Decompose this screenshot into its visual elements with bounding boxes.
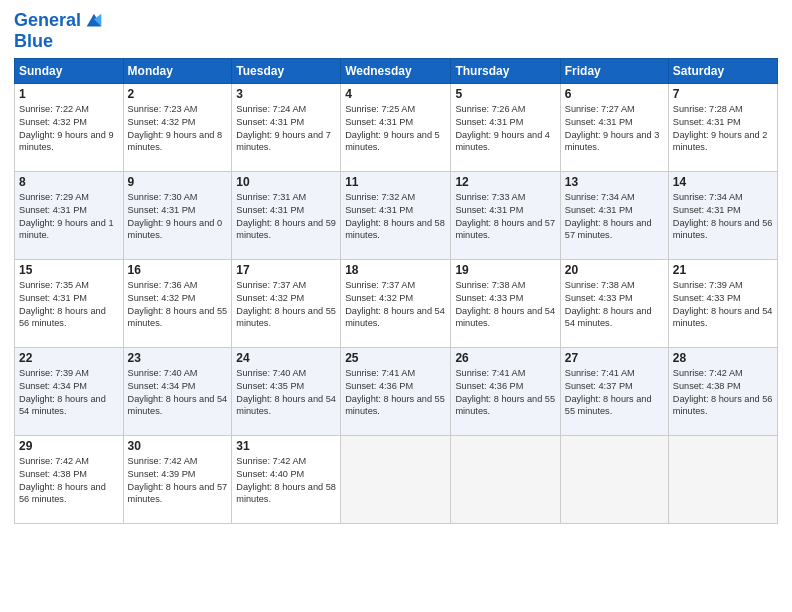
day-number: 29 — [19, 439, 119, 453]
day-number: 18 — [345, 263, 446, 277]
calendar-cell: 15 Sunrise: 7:35 AM Sunset: 4:31 PM Dayl… — [15, 259, 124, 347]
calendar-cell — [341, 435, 451, 523]
day-number: 28 — [673, 351, 773, 365]
page: General Blue SundayMondayTuesdayWednesda… — [0, 0, 792, 612]
calendar-header-tuesday: Tuesday — [232, 58, 341, 83]
calendar-header-sunday: Sunday — [15, 58, 124, 83]
calendar-header-row: SundayMondayTuesdayWednesdayThursdayFrid… — [15, 58, 778, 83]
day-info: Sunrise: 7:28 AM Sunset: 4:31 PM Dayligh… — [673, 103, 773, 155]
calendar-cell: 18 Sunrise: 7:37 AM Sunset: 4:32 PM Dayl… — [341, 259, 451, 347]
day-number: 3 — [236, 87, 336, 101]
calendar-week-4: 22 Sunrise: 7:39 AM Sunset: 4:34 PM Dayl… — [15, 347, 778, 435]
calendar-cell — [668, 435, 777, 523]
calendar-cell: 9 Sunrise: 7:30 AM Sunset: 4:31 PM Dayli… — [123, 171, 232, 259]
calendar-header-thursday: Thursday — [451, 58, 560, 83]
day-number: 15 — [19, 263, 119, 277]
day-number: 16 — [128, 263, 228, 277]
calendar-cell: 10 Sunrise: 7:31 AM Sunset: 4:31 PM Dayl… — [232, 171, 341, 259]
day-info: Sunrise: 7:30 AM Sunset: 4:31 PM Dayligh… — [128, 191, 228, 243]
day-number: 13 — [565, 175, 664, 189]
day-number: 17 — [236, 263, 336, 277]
calendar-cell — [451, 435, 560, 523]
calendar: SundayMondayTuesdayWednesdayThursdayFrid… — [14, 58, 778, 524]
day-info: Sunrise: 7:25 AM Sunset: 4:31 PM Dayligh… — [345, 103, 446, 155]
day-number: 26 — [455, 351, 555, 365]
calendar-header-saturday: Saturday — [668, 58, 777, 83]
day-number: 14 — [673, 175, 773, 189]
calendar-cell: 21 Sunrise: 7:39 AM Sunset: 4:33 PM Dayl… — [668, 259, 777, 347]
day-info: Sunrise: 7:37 AM Sunset: 4:32 PM Dayligh… — [345, 279, 446, 331]
day-number: 30 — [128, 439, 228, 453]
day-number: 10 — [236, 175, 336, 189]
calendar-cell: 25 Sunrise: 7:41 AM Sunset: 4:36 PM Dayl… — [341, 347, 451, 435]
calendar-cell — [560, 435, 668, 523]
calendar-cell: 28 Sunrise: 7:42 AM Sunset: 4:38 PM Dayl… — [668, 347, 777, 435]
header: General Blue — [14, 10, 778, 52]
calendar-cell: 23 Sunrise: 7:40 AM Sunset: 4:34 PM Dayl… — [123, 347, 232, 435]
calendar-cell: 27 Sunrise: 7:41 AM Sunset: 4:37 PM Dayl… — [560, 347, 668, 435]
calendar-cell: 3 Sunrise: 7:24 AM Sunset: 4:31 PM Dayli… — [232, 83, 341, 171]
calendar-cell: 26 Sunrise: 7:41 AM Sunset: 4:36 PM Dayl… — [451, 347, 560, 435]
calendar-week-1: 1 Sunrise: 7:22 AM Sunset: 4:32 PM Dayli… — [15, 83, 778, 171]
day-info: Sunrise: 7:33 AM Sunset: 4:31 PM Dayligh… — [455, 191, 555, 243]
day-number: 2 — [128, 87, 228, 101]
calendar-week-2: 8 Sunrise: 7:29 AM Sunset: 4:31 PM Dayli… — [15, 171, 778, 259]
calendar-cell: 19 Sunrise: 7:38 AM Sunset: 4:33 PM Dayl… — [451, 259, 560, 347]
day-info: Sunrise: 7:41 AM Sunset: 4:36 PM Dayligh… — [455, 367, 555, 419]
calendar-cell: 22 Sunrise: 7:39 AM Sunset: 4:34 PM Dayl… — [15, 347, 124, 435]
day-number: 25 — [345, 351, 446, 365]
day-info: Sunrise: 7:37 AM Sunset: 4:32 PM Dayligh… — [236, 279, 336, 331]
day-info: Sunrise: 7:27 AM Sunset: 4:31 PM Dayligh… — [565, 103, 664, 155]
calendar-cell: 31 Sunrise: 7:42 AM Sunset: 4:40 PM Dayl… — [232, 435, 341, 523]
logo-blue: Blue — [14, 31, 53, 51]
day-number: 31 — [236, 439, 336, 453]
day-info: Sunrise: 7:31 AM Sunset: 4:31 PM Dayligh… — [236, 191, 336, 243]
calendar-cell: 8 Sunrise: 7:29 AM Sunset: 4:31 PM Dayli… — [15, 171, 124, 259]
day-info: Sunrise: 7:22 AM Sunset: 4:32 PM Dayligh… — [19, 103, 119, 155]
calendar-header-wednesday: Wednesday — [341, 58, 451, 83]
day-number: 20 — [565, 263, 664, 277]
logo-text: General — [14, 11, 81, 31]
logo-general: General — [14, 10, 81, 30]
day-info: Sunrise: 7:42 AM Sunset: 4:39 PM Dayligh… — [128, 455, 228, 507]
day-number: 5 — [455, 87, 555, 101]
day-info: Sunrise: 7:38 AM Sunset: 4:33 PM Dayligh… — [565, 279, 664, 331]
day-info: Sunrise: 7:24 AM Sunset: 4:31 PM Dayligh… — [236, 103, 336, 155]
day-info: Sunrise: 7:35 AM Sunset: 4:31 PM Dayligh… — [19, 279, 119, 331]
calendar-cell: 30 Sunrise: 7:42 AM Sunset: 4:39 PM Dayl… — [123, 435, 232, 523]
calendar-cell: 12 Sunrise: 7:33 AM Sunset: 4:31 PM Dayl… — [451, 171, 560, 259]
calendar-header-monday: Monday — [123, 58, 232, 83]
day-number: 8 — [19, 175, 119, 189]
day-number: 7 — [673, 87, 773, 101]
calendar-cell: 4 Sunrise: 7:25 AM Sunset: 4:31 PM Dayli… — [341, 83, 451, 171]
day-info: Sunrise: 7:42 AM Sunset: 4:40 PM Dayligh… — [236, 455, 336, 507]
day-info: Sunrise: 7:40 AM Sunset: 4:35 PM Dayligh… — [236, 367, 336, 419]
calendar-cell: 5 Sunrise: 7:26 AM Sunset: 4:31 PM Dayli… — [451, 83, 560, 171]
day-info: Sunrise: 7:41 AM Sunset: 4:37 PM Dayligh… — [565, 367, 664, 419]
calendar-cell: 7 Sunrise: 7:28 AM Sunset: 4:31 PM Dayli… — [668, 83, 777, 171]
day-info: Sunrise: 7:29 AM Sunset: 4:31 PM Dayligh… — [19, 191, 119, 243]
calendar-cell: 24 Sunrise: 7:40 AM Sunset: 4:35 PM Dayl… — [232, 347, 341, 435]
calendar-cell: 6 Sunrise: 7:27 AM Sunset: 4:31 PM Dayli… — [560, 83, 668, 171]
day-number: 23 — [128, 351, 228, 365]
day-number: 21 — [673, 263, 773, 277]
day-info: Sunrise: 7:40 AM Sunset: 4:34 PM Dayligh… — [128, 367, 228, 419]
day-info: Sunrise: 7:34 AM Sunset: 4:31 PM Dayligh… — [565, 191, 664, 243]
calendar-cell: 17 Sunrise: 7:37 AM Sunset: 4:32 PM Dayl… — [232, 259, 341, 347]
calendar-cell: 1 Sunrise: 7:22 AM Sunset: 4:32 PM Dayli… — [15, 83, 124, 171]
day-number: 12 — [455, 175, 555, 189]
logo: General Blue — [14, 10, 105, 52]
day-info: Sunrise: 7:32 AM Sunset: 4:31 PM Dayligh… — [345, 191, 446, 243]
calendar-cell: 14 Sunrise: 7:34 AM Sunset: 4:31 PM Dayl… — [668, 171, 777, 259]
day-number: 22 — [19, 351, 119, 365]
calendar-cell: 11 Sunrise: 7:32 AM Sunset: 4:31 PM Dayl… — [341, 171, 451, 259]
day-info: Sunrise: 7:42 AM Sunset: 4:38 PM Dayligh… — [673, 367, 773, 419]
day-info: Sunrise: 7:42 AM Sunset: 4:38 PM Dayligh… — [19, 455, 119, 507]
day-info: Sunrise: 7:39 AM Sunset: 4:34 PM Dayligh… — [19, 367, 119, 419]
day-number: 9 — [128, 175, 228, 189]
calendar-cell: 13 Sunrise: 7:34 AM Sunset: 4:31 PM Dayl… — [560, 171, 668, 259]
calendar-header-friday: Friday — [560, 58, 668, 83]
day-info: Sunrise: 7:36 AM Sunset: 4:32 PM Dayligh… — [128, 279, 228, 331]
day-number: 19 — [455, 263, 555, 277]
day-info: Sunrise: 7:39 AM Sunset: 4:33 PM Dayligh… — [673, 279, 773, 331]
